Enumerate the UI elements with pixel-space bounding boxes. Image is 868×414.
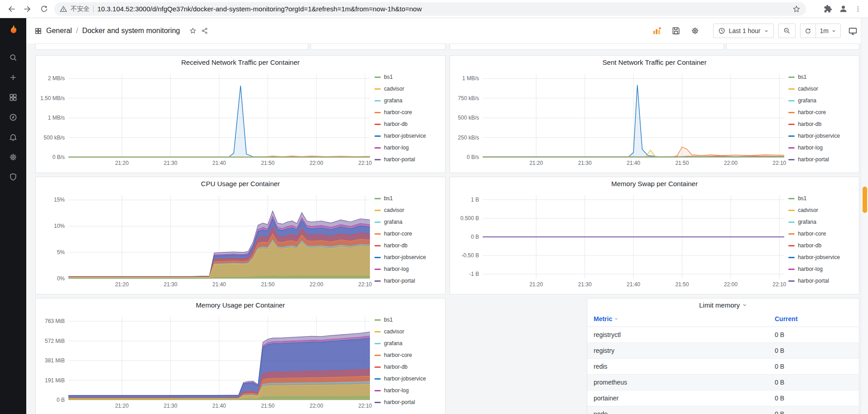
- column-header-metric[interactable]: Metric: [587, 311, 768, 327]
- page-scrollbar[interactable]: [861, 18, 868, 414]
- legend-item-harbor-db[interactable]: harbor-db: [788, 118, 855, 130]
- legend-item-harbor-core[interactable]: harbor-core: [374, 349, 441, 361]
- legend-swatch: [374, 331, 381, 332]
- tv-mode-button[interactable]: [845, 24, 860, 38]
- legend-item-harbor-db[interactable]: harbor-db: [788, 240, 855, 251]
- breadcrumb-folder[interactable]: General: [46, 27, 72, 35]
- add-panel-button[interactable]: [650, 24, 664, 38]
- dashboard-header: General / Docker and system monitoring L…: [26, 18, 868, 43]
- legend-item-harbor-jobservice[interactable]: harbor-jobservice: [788, 130, 855, 142]
- legend-item-harbor-portal[interactable]: harbor-portal: [788, 154, 855, 165]
- scrollbar-thumb[interactable]: [863, 187, 867, 213]
- dashboard-canvas: Received Network Traffic per Container 0…: [26, 43, 868, 414]
- legend-item-bs1[interactable]: bs1: [374, 193, 441, 204]
- sidebar-item-search[interactable]: [0, 48, 26, 67]
- legend-item-bs1[interactable]: bs1: [788, 193, 855, 204]
- grafana-sidebar: [0, 18, 26, 414]
- legend-item-harbor-log[interactable]: harbor-log: [374, 142, 441, 154]
- legend-item-bs1[interactable]: bs1: [788, 71, 855, 83]
- sidebar-item-configuration[interactable]: [0, 147, 26, 167]
- profile-avatar-icon[interactable]: [839, 4, 848, 14]
- legend-item-harbor-portal[interactable]: harbor-portal: [374, 396, 441, 408]
- legend-item-harbor-db[interactable]: harbor-db: [374, 240, 441, 251]
- legend-item-harbor-jobservice[interactable]: harbor-jobservice: [374, 130, 441, 142]
- panel-title[interactable]: Limit memory: [587, 298, 859, 311]
- chart-sent-network-traffic[interactable]: 0 B/s250 kB/s500 kB/s750 kB/s1 MB/s21:20…: [454, 68, 788, 169]
- legend-item-cadvisor[interactable]: cadvisor: [788, 83, 855, 95]
- bookmark-star-icon[interactable]: [792, 5, 801, 13]
- chevron-down-icon: [742, 303, 747, 308]
- legend-item-harbor-log[interactable]: harbor-log: [374, 263, 441, 275]
- svg-text:1 B: 1 B: [471, 197, 479, 203]
- legend-item-grafana[interactable]: grafana: [374, 337, 441, 349]
- legend-item-grafana[interactable]: grafana: [374, 216, 441, 228]
- not-secure-warning-icon: [60, 5, 67, 13]
- legend-item-grafana[interactable]: grafana: [788, 216, 855, 228]
- panel-title[interactable]: Memory Usage per Container: [36, 298, 445, 311]
- extensions-puzzle-icon[interactable]: [824, 5, 832, 13]
- refresh-interval-select[interactable]: 1m: [815, 24, 840, 38]
- panel-title[interactable]: CPU Usage per Container: [36, 177, 445, 190]
- save-dashboard-button[interactable]: [669, 24, 683, 38]
- panel-title[interactable]: Received Network Traffic per Container: [36, 56, 445, 68]
- legend-swatch: [374, 390, 381, 391]
- dashboard-settings-button[interactable]: [688, 24, 702, 38]
- panel-title[interactable]: Memory Swap per Container: [450, 177, 859, 190]
- legend-item-harbor-core[interactable]: harbor-core: [374, 106, 441, 118]
- chart-cpu-usage[interactable]: 0%5%10%15%21:2021:3021:4021:5022:0022:10: [39, 190, 374, 290]
- browser-forward-button[interactable]: [21, 2, 34, 16]
- legend-item-cadvisor[interactable]: cadvisor: [374, 83, 441, 95]
- legend-item-harbor-jobservice[interactable]: harbor-jobservice: [374, 373, 441, 385]
- sidebar-item-explore[interactable]: [0, 107, 26, 127]
- svg-text:21:50: 21:50: [675, 281, 689, 288]
- legend-item-harbor-log[interactable]: harbor-log: [374, 385, 441, 396]
- share-dashboard-icon[interactable]: [201, 27, 208, 34]
- legend-item-harbor-jobservice[interactable]: harbor-jobservice: [788, 251, 855, 263]
- legend-label: bs1: [384, 195, 393, 202]
- chart-memory-usage[interactable]: 0 B191 MiB381 MiB572 MiB763 MiB21:2021:3…: [39, 311, 374, 412]
- legend-item-harbor-jobservice[interactable]: harbor-jobservice: [374, 251, 441, 263]
- time-range-picker[interactable]: Last 1 hour: [713, 24, 773, 38]
- legend-item-harbor-db[interactable]: harbor-db: [374, 361, 441, 373]
- legend-item-cadvisor[interactable]: cadvisor: [374, 204, 441, 216]
- legend-swatch: [788, 147, 795, 149]
- grafana-logo[interactable]: [7, 24, 19, 36]
- cell-current: 0 B: [768, 327, 859, 342]
- sidebar-item-dashboards[interactable]: [0, 87, 26, 107]
- save-icon: [671, 26, 681, 35]
- legend-item-harbor-log[interactable]: harbor-log: [788, 263, 855, 275]
- browser-refresh-button[interactable]: [37, 2, 51, 16]
- panel-title[interactable]: Sent Network Traffic per Container: [450, 56, 859, 68]
- url-bar[interactable]: 不安全 10.3.104.52:3000/d/nfgQe37nk/docker-…: [54, 2, 806, 16]
- legend-item-cadvisor[interactable]: cadvisor: [374, 326, 441, 337]
- legend-item-harbor-core[interactable]: harbor-core: [788, 228, 855, 240]
- legend-item-grafana[interactable]: grafana: [374, 95, 441, 106]
- legend-item-harbor-db[interactable]: harbor-db: [374, 118, 441, 130]
- explore-compass-icon: [9, 113, 18, 122]
- zoom-out-button[interactable]: [778, 24, 796, 38]
- sidebar-item-alerting[interactable]: [0, 127, 26, 147]
- legend-item-harbor-core[interactable]: harbor-core: [788, 106, 855, 118]
- chart-received-network-traffic[interactable]: 0 B/s500 kB/s1 MB/s1.50 MB/s2 MB/s21:202…: [39, 68, 374, 169]
- legend-item-harbor-portal[interactable]: harbor-portal: [788, 275, 855, 287]
- legend-item-harbor-log[interactable]: harbor-log: [788, 142, 855, 154]
- panel-cropped-top-4: [726, 43, 859, 50]
- security-label[interactable]: 不安全: [71, 5, 90, 13]
- legend-swatch: [788, 124, 795, 125]
- browser-menu-icon[interactable]: [854, 5, 862, 13]
- favorite-star-icon[interactable]: [189, 27, 197, 34]
- alerting-bell-icon: [9, 133, 18, 142]
- legend-item-grafana[interactable]: grafana: [788, 95, 855, 106]
- refresh-dashboard-button[interactable]: [801, 24, 815, 38]
- column-header-current[interactable]: Current: [768, 311, 859, 327]
- sidebar-item-server-admin[interactable]: [0, 167, 26, 187]
- legend-item-harbor-core[interactable]: harbor-core: [374, 228, 441, 240]
- legend-item-bs1[interactable]: bs1: [374, 71, 441, 83]
- sidebar-item-create[interactable]: [0, 67, 26, 87]
- legend-item-bs1[interactable]: bs1: [374, 314, 441, 326]
- legend-item-harbor-portal[interactable]: harbor-portal: [374, 154, 441, 165]
- legend-item-cadvisor[interactable]: cadvisor: [788, 204, 855, 216]
- chart-memory-swap[interactable]: -1 B-0.50 B0 B0.500 B1 B21:2021:3021:402…: [454, 190, 788, 290]
- legend-item-harbor-portal[interactable]: harbor-portal: [374, 275, 441, 287]
- browser-back-button[interactable]: [5, 2, 18, 16]
